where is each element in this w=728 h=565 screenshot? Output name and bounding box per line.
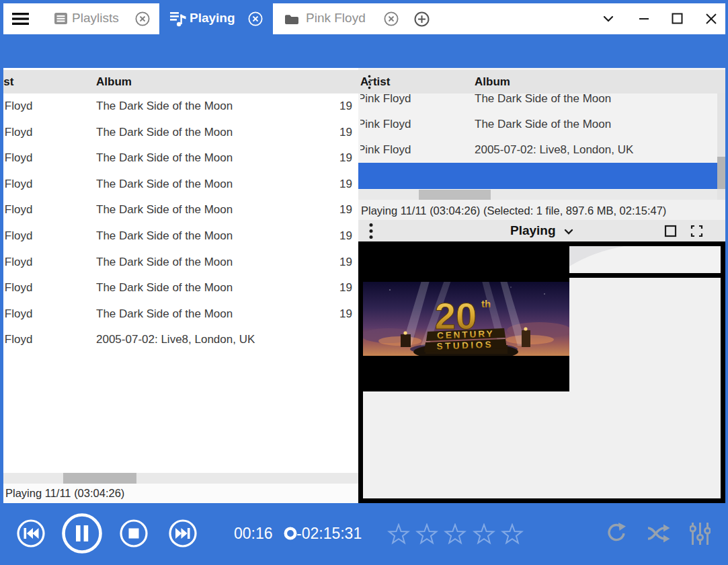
right-status-bar: Playing 11/11 (03:04:26) (Selected: 1 fi… bbox=[358, 202, 725, 220]
column-header-artist[interactable]: Artist bbox=[3, 70, 91, 93]
tab-playlists-close-button[interactable] bbox=[135, 11, 150, 26]
table-row[interactable]: Pink Floyd The Dark Side of the Moon bbox=[358, 112, 717, 137]
left-table-header: Artist Album bbox=[3, 70, 358, 93]
table-row-selected[interactable] bbox=[358, 163, 717, 189]
equalizer-button[interactable] bbox=[690, 521, 711, 546]
column-header-album[interactable]: Album bbox=[96, 70, 132, 93]
table-row[interactable]: Pink Floyd The Dark Side of the Moon 19 bbox=[3, 301, 358, 328]
repeat-button[interactable] bbox=[605, 522, 626, 545]
shuffle-icon bbox=[647, 523, 670, 544]
left-status-text: Playing 11/11 (03:04:26) bbox=[5, 484, 124, 503]
tab-playing-close-button[interactable] bbox=[248, 11, 263, 26]
minimize-button[interactable] bbox=[639, 13, 649, 24]
pause-icon bbox=[61, 513, 103, 554]
star-icon bbox=[415, 523, 438, 546]
playback-bar: 00:16 -02:15:31 bbox=[0, 503, 728, 565]
maximize-button[interactable] bbox=[672, 13, 684, 25]
artwork-placeholder bbox=[569, 246, 721, 273]
main-menu-button[interactable] bbox=[12, 12, 30, 26]
video-fullscreen-button[interactable] bbox=[690, 225, 703, 237]
arc-shape bbox=[569, 246, 721, 273]
tab-pink-floyd-close-button[interactable] bbox=[384, 11, 399, 26]
table-row[interactable]: Pink Floyd The Dark Side of the Moon 19 bbox=[3, 275, 358, 301]
titlebar-right-segment: Pink Floyd bbox=[273, 3, 725, 34]
toolbar: Playing bbox=[0, 34, 728, 68]
window-border-right bbox=[725, 0, 728, 503]
rating-star-2[interactable] bbox=[415, 523, 438, 546]
plus-circle-icon bbox=[414, 11, 430, 27]
scrollbar-thumb[interactable] bbox=[63, 473, 136, 484]
video-panel-header: Playing bbox=[358, 220, 725, 241]
star-icon bbox=[501, 523, 524, 546]
maximize-icon bbox=[672, 13, 684, 25]
tab-pink-floyd[interactable]: Pink Floyd bbox=[273, 3, 401, 34]
remaining-time: -02:15:31 bbox=[296, 523, 362, 543]
star-icon bbox=[444, 523, 467, 546]
seek-slider[interactable] bbox=[283, 526, 298, 541]
chevron-down-icon bbox=[603, 15, 614, 22]
tab-pink-floyd-label: Pink Floyd bbox=[306, 11, 366, 26]
shuffle-button[interactable] bbox=[647, 523, 670, 544]
video-panel[interactable]: 20 th CENTURY STUDIOS bbox=[358, 241, 725, 503]
elapsed-time: 00:16 bbox=[234, 523, 273, 543]
titlebar: Playlists Playing bbox=[0, 0, 728, 34]
table-row[interactable]: Pink Floyd The Dark Side of the Moon 19 bbox=[3, 250, 358, 276]
next-track-button[interactable] bbox=[168, 519, 198, 548]
tab-playlists[interactable]: Playlists bbox=[50, 3, 159, 34]
skip-previous-icon bbox=[16, 519, 46, 548]
svg-text:th: th bbox=[481, 298, 491, 309]
left-status-bar: Playing 11/11 (03:04:26) bbox=[3, 484, 358, 503]
close-button[interactable] bbox=[705, 13, 717, 25]
left-playlist-panel: Artist Album Pink Floyd The Dark Side of… bbox=[3, 68, 358, 503]
table-row[interactable]: Pink Floyd 2005-07-02: Live8, London, UK bbox=[358, 137, 717, 163]
table-row[interactable]: Pink Floyd The Dark Side of the Moon 19 bbox=[3, 172, 358, 198]
table-row[interactable]: Pink Floyd The Dark Side of the Moon 19 bbox=[3, 93, 358, 120]
video-source-label: Playing bbox=[510, 223, 556, 237]
table-row[interactable]: Pink Floyd The Dark Side of the Moon 19 bbox=[3, 145, 358, 172]
table-row[interactable]: Pink Floyd The Dark Side of the Moon 19 bbox=[3, 120, 358, 146]
video-popout-button[interactable] bbox=[664, 225, 677, 237]
right-playlist-panel: Pink Floyd The Dark Side of the Moon Pin… bbox=[358, 68, 725, 220]
tab-playlists-label: Playlists bbox=[72, 11, 119, 26]
close-circle-icon bbox=[384, 11, 399, 26]
video-frame-20th-century-logo: 20 th CENTURY STUDIOS bbox=[363, 282, 569, 356]
panel-splitter-grip-icon[interactable] bbox=[366, 73, 372, 91]
seek-knob-icon bbox=[283, 526, 298, 541]
table-row[interactable]: Pink Floyd 2005-07-02: Live8, London, UK bbox=[3, 327, 358, 353]
tab-playing[interactable]: Playing bbox=[160, 3, 272, 34]
scrollbar-thumb[interactable] bbox=[419, 190, 491, 200]
column-header-artist[interactable]: Artist bbox=[360, 70, 390, 93]
star-icon bbox=[473, 523, 495, 546]
list-icon bbox=[54, 13, 69, 25]
stop-icon bbox=[119, 519, 149, 548]
horizontal-scrollbar[interactable] bbox=[358, 190, 717, 200]
pause-button[interactable] bbox=[61, 513, 103, 554]
rating-star-3[interactable] bbox=[444, 523, 467, 546]
table-row[interactable]: Pink Floyd The Dark Side of the Moon 19 bbox=[3, 197, 358, 223]
rating-star-1[interactable] bbox=[387, 523, 410, 546]
video-panel-interior: 20 th CENTURY STUDIOS bbox=[363, 246, 721, 498]
hamburger-icon bbox=[12, 12, 30, 26]
titlebar-left-segment: Playlists bbox=[3, 3, 159, 34]
minimize-icon bbox=[639, 13, 649, 24]
stop-button[interactable] bbox=[119, 519, 149, 548]
folder-icon bbox=[284, 13, 299, 25]
application-window: Playlists Playing bbox=[0, 0, 728, 565]
left-table-rows: Pink Floyd The Dark Side of the Moon 19 … bbox=[3, 93, 358, 353]
tab-list-dropdown-button[interactable] bbox=[603, 15, 614, 22]
horizontal-scrollbar[interactable] bbox=[3, 473, 358, 484]
rating-star-4[interactable] bbox=[473, 523, 495, 546]
repeat-icon bbox=[605, 522, 626, 545]
scrollbar-thumb[interactable] bbox=[717, 157, 725, 189]
right-table-header: Artist Album bbox=[358, 70, 725, 93]
close-icon bbox=[705, 13, 717, 25]
rating-star-5[interactable] bbox=[501, 523, 524, 546]
previous-track-button[interactable] bbox=[16, 519, 46, 548]
column-header-album[interactable]: Album bbox=[475, 70, 510, 93]
window-restore-icon bbox=[664, 225, 677, 237]
chevron-down-icon bbox=[564, 229, 573, 235]
table-row[interactable]: Pink Floyd The Dark Side of the Moon 19 bbox=[3, 223, 358, 250]
star-icon bbox=[387, 523, 410, 546]
new-tab-button[interactable] bbox=[414, 11, 430, 27]
tab-playing-label: Playing bbox=[190, 11, 235, 26]
